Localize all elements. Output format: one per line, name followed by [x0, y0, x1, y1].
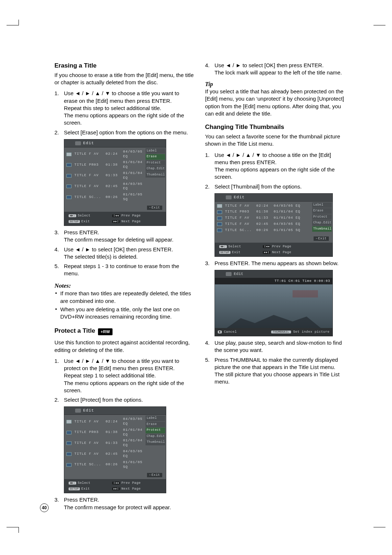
step-text: The still picture that you choose appear… — [215, 371, 345, 386]
preview-silhouette — [226, 312, 320, 328]
logo-icon — [75, 409, 81, 413]
thumb-icon — [66, 195, 72, 199]
title-dur: 01:33 — [106, 173, 120, 178]
title-rows: TITLE F AV02:2404/03/05 EQ TITLE PR0301:… — [215, 202, 311, 235]
title-name: TITLE F AV — [74, 184, 103, 189]
hint: I◄◄Prev Page — [263, 244, 291, 249]
page-number: 40 — [40, 503, 49, 512]
title-dur: 01:33 — [106, 441, 120, 446]
edit-menu-body: TITLE F AV02:2404/03/05 EQ TITLE PR0301:… — [64, 415, 166, 471]
step-text: Select [Erase] option from the options o… — [64, 129, 194, 136]
hint: SETUPExit — [219, 250, 241, 255]
preview-title: Edit — [234, 271, 243, 277]
edit-menu-body: TITLE F AV02:2404/03/05 EQ TITLE PR0301:… — [64, 147, 166, 204]
hint-text: Next Page — [121, 487, 140, 491]
title-date: 04/03/05 EQ — [274, 222, 309, 227]
erase-steps-2: Press ENTER. The confirm message for del… — [54, 229, 194, 278]
title-date: 04/03/05 EQ — [123, 182, 143, 191]
prev-badge: I◄◄ — [263, 245, 270, 248]
footer-col: ◄►↕Select SETUPExit — [69, 481, 90, 491]
footer-col: ◄►↕Select SETUPExit — [219, 244, 241, 255]
thumb-icon — [66, 185, 72, 188]
rw-badge: +RW — [98, 328, 113, 335]
crop-mark — [7, 527, 19, 527]
preview-mark — [293, 290, 318, 297]
preview-timecode: TT:01 CH:01 Time 0:00:03 — [215, 278, 332, 284]
title-name: TITLE SC... — [74, 462, 103, 467]
step-text: Use ◄ / ► / ▲ / ▼ to choose a title you … — [64, 90, 194, 105]
edit-menu-body: TITLE F AV02:2404/03/05 EQ TITLE PR0301:… — [215, 202, 332, 235]
table-row: TITLE F AV02:4504/03/05 EQ — [64, 181, 145, 192]
note-item: When you are deleting a title, only the … — [54, 306, 194, 321]
setup-badge: SETUP — [69, 220, 80, 223]
erase-steps-1: Use ◄ / ► / ▲ / ▼ to choose a title you … — [54, 90, 194, 136]
step-1: Use ◄ / ► / ▲ / ▼ to choose a title you … — [54, 357, 194, 394]
exit-row: ←Exit — [215, 235, 332, 243]
next-badge: ►►I — [263, 251, 270, 254]
step-text: The lock mark will appear to the left of… — [215, 69, 345, 76]
step-5: Press THUMBNAIL to make the currently di… — [205, 356, 345, 386]
title-dur: 02:45 — [106, 452, 120, 457]
right-column: Use ◄ / ► to select [OK] then press ENTE… — [205, 62, 345, 513]
hint-text: Select — [228, 245, 241, 248]
thumbnail-badge: THUMBNAIL — [271, 331, 291, 333]
title-date: 04/03/05 EQ — [123, 449, 143, 459]
title-date: 01/01/04 EQ — [123, 160, 143, 170]
table-row: TITLE SC...00:2601/01/05 SQ — [215, 227, 311, 234]
title-name: TITLE F AV — [225, 204, 253, 208]
preview-footer: ■ Cancel THUMBNAIL Set index picture — [215, 328, 332, 336]
step-3: Press ENTER. The confirm message for del… — [54, 229, 194, 244]
title-name: TITLE PR03 — [74, 163, 103, 167]
opt-thumbnail: Thumbnail — [146, 172, 165, 178]
thumb-icon — [66, 163, 72, 167]
title-dur: 00:26 — [256, 228, 271, 233]
next-badge: ►►I — [112, 487, 120, 490]
title-name: TITLE PR03 — [74, 430, 103, 435]
table-row: TITLE F AV02:4504/03/05 EQ — [215, 221, 311, 227]
opt-erase: Erase — [312, 208, 332, 214]
step-text: Press ENTER. — [64, 496, 194, 503]
table-row: TITLE SC...00:2601/01/05 SQ — [64, 459, 145, 470]
prev-badge: I◄◄ — [112, 214, 120, 217]
title-dur: 02:24 — [106, 152, 120, 157]
footer-col: I◄◄Prev Page ►►INext Page — [112, 481, 140, 491]
title-date: 04/03/05 EQ — [274, 204, 309, 208]
table-row: TITLE F AV02:2404/03/05 EQ — [64, 149, 145, 160]
title-name: TITLE F AV — [225, 222, 253, 227]
table-row: TITLE F AV02:2404/03/05 EQ — [64, 416, 145, 427]
step-3: Press ENTER. The menu appears as shown b… — [205, 260, 345, 267]
title-dur: 02:45 — [106, 184, 120, 189]
step-text: Repeat this step to select additional ti… — [64, 105, 194, 112]
title-date: 04/03/05 EQ — [123, 417, 143, 426]
step-1: Use ◄ / ► / ▲ / ▼ to choose a title on t… — [205, 151, 345, 181]
opt-chap-edit: Chap.Edit — [146, 166, 165, 171]
step-text: Use play, pause step, search and slow-mo… — [215, 339, 345, 354]
exit-row: ←Exit — [64, 471, 166, 479]
step-text: The confirm message for deleting will ap… — [64, 236, 194, 243]
crop-mark — [19, 527, 19, 533]
table-row: TITLE F AV02:2404/03/05 EQ — [215, 203, 311, 209]
edit-menu-footer: ◄►↕Select SETUPExit I◄◄Prev Page ►►INext… — [64, 479, 166, 493]
step-4: Use play, pause step, search and slow-mo… — [205, 339, 345, 354]
step-text: The menu options appears on the right si… — [215, 166, 345, 181]
title-date: 01/01/04 EQ — [123, 171, 143, 181]
options-panel: Label Erase Protect Chap.Edit Thumbnail — [145, 147, 166, 204]
opt-erase: Erase — [146, 422, 165, 427]
logo-icon — [226, 195, 232, 199]
title-date: 01/01/04 EQ — [274, 210, 309, 214]
tip-text: If you select a title that has already b… — [205, 88, 345, 117]
hint-text: Prev Page — [121, 481, 140, 485]
logo-icon — [226, 272, 232, 276]
tip-heading: Tip — [205, 80, 345, 88]
table-row: TITLE SC...00:2601/01/05 SQ — [64, 192, 145, 203]
title-name: TITLE SC... — [74, 195, 103, 200]
title-rows: TITLE F AV02:2404/03/05 EQ TITLE PR0301:… — [64, 415, 145, 471]
table-row: TITLE F AV01:3301/01/04 EQ — [64, 438, 145, 449]
opt-label: Label — [146, 416, 165, 421]
title-dur: 01:38 — [256, 210, 271, 214]
exit-row: ←Exit — [64, 204, 166, 212]
title-name: TITLE F AV — [225, 216, 253, 220]
title-dur: 00:26 — [106, 462, 120, 467]
edit-menu-footer: ◄►↕Select SETUPExit I◄◄Prev Page ►►INext… — [215, 243, 332, 256]
step-text: Repeat steps 1 - 3 to continue to erase … — [64, 263, 194, 278]
